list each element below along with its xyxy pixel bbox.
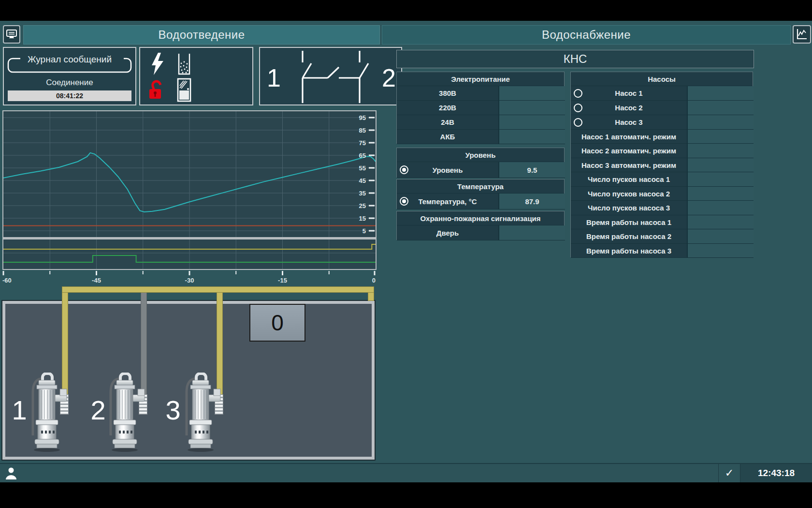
power-lightning-icon — [150, 53, 165, 75]
trend-digital-svg — [3, 239, 376, 269]
svg-text:-30: -30 — [185, 277, 194, 284]
table-row: Уровень 9.5 — [397, 162, 564, 178]
trend-main-svg: 5152535455565758595 — [3, 111, 376, 237]
table-row: Время работы насоса 2 — [571, 229, 753, 244]
table-row: 380В — [397, 86, 564, 101]
system-clock: 12:43:18 — [740, 464, 812, 482]
pump-info-value — [687, 244, 754, 258]
level-row-label: Уровень — [397, 162, 498, 178]
pump-status-value — [687, 101, 754, 115]
status-bar: ✓ 12:43:18 — [0, 463, 812, 482]
table-row: Число пусков насоса 3 — [571, 201, 753, 215]
pump-info-label: Насос 2 автоматич. режим — [571, 144, 687, 158]
svg-text:55: 55 — [359, 164, 366, 172]
trend-x-axis: -60-45-30-150 — [2, 271, 377, 284]
temperature-trend-radio[interactable] — [400, 197, 408, 206]
journal-icon-button[interactable] — [3, 25, 20, 44]
table-row: Насос 3 — [571, 115, 753, 130]
message-log-icon — [5, 28, 18, 41]
pump2-status-radio[interactable] — [574, 104, 582, 112]
table-row: АКБ — [397, 130, 564, 144]
table-row: Насос 1 автоматич. режим — [571, 130, 753, 144]
table-row: 24В — [397, 115, 564, 130]
temperature-header-label: Температура — [457, 182, 504, 191]
running-pumps-display: 0 — [249, 304, 305, 342]
svg-text:75: 75 — [359, 139, 366, 147]
temperature-label: Температура, °C — [418, 197, 477, 206]
svg-text:15: 15 — [359, 215, 366, 222]
svg-text:25: 25 — [359, 202, 366, 209]
pumps-table-header: Насосы — [571, 72, 753, 86]
table-row: Число пусков насоса 1 — [571, 172, 753, 187]
tab-water-disposal[interactable]: Водоотведение — [23, 25, 380, 45]
power-inputs-diagram-panel: 1 2 — [259, 47, 402, 105]
table-row: Насос 3 автоматич. режим — [571, 158, 753, 172]
tab-water-supply[interactable]: Водоснабжение — [382, 25, 791, 45]
level-table-header: Уровень — [397, 148, 564, 162]
pump-status-label: Насос 2 — [571, 101, 687, 115]
level-trend-radio[interactable] — [400, 165, 408, 174]
table-row: 220В — [397, 101, 564, 115]
security-header-label: Охранно-пожарная сигнализация — [420, 214, 540, 223]
pump-info-label: Число пусков насоса 3 — [571, 201, 687, 215]
user-icon[interactable] — [5, 467, 17, 480]
svg-text:85: 85 — [359, 127, 366, 134]
open-lock-alarm-icon — [147, 79, 166, 101]
pump-info-label: Время работы насоса 2 — [571, 229, 687, 244]
ack-check-button[interactable]: ✓ — [718, 464, 740, 482]
power-header-label: Электропитание — [451, 75, 510, 83]
table-row: Время работы насоса 3 — [571, 244, 753, 258]
pump2-graphic — [103, 373, 151, 456]
pump-status-label: Насос 3 — [571, 115, 687, 130]
journal-button[interactable]: Журнал сообщений — [4, 48, 135, 76]
table-row: Насос 2 — [571, 101, 753, 115]
security-table: Охранно-пожарная сигнализация Дверь — [396, 211, 565, 240]
alarm-icons-panel — [139, 47, 253, 105]
power-row-label: 380В — [397, 86, 498, 101]
temperature-table: Температура Температура, °C 87.9 — [396, 179, 565, 209]
pumps-header-label: Насосы — [648, 75, 676, 83]
pump1-status-radio[interactable] — [574, 89, 582, 98]
tab-water-disposal-label: Водоотведение — [158, 28, 245, 42]
table-row: Температура, °C 87.9 — [397, 194, 564, 209]
pump-info-label: Число пусков насоса 2 — [571, 187, 687, 201]
power-row-label: 24В — [397, 115, 498, 130]
svg-text:-60: -60 — [2, 277, 12, 284]
temperature-table-header: Температура — [397, 179, 564, 194]
pump3-label: Насос 3 — [615, 118, 642, 126]
pump1-number: 1 — [9, 394, 30, 426]
table-row: Насос 1 — [571, 86, 753, 101]
pump-info-value — [687, 130, 754, 144]
pump-status-value — [687, 115, 754, 130]
pump-info-value — [687, 229, 754, 244]
pump2-label: Насос 2 — [615, 104, 642, 112]
pump-info-label: Насос 1 автоматич. режим — [571, 130, 687, 144]
pump-info-value — [687, 144, 754, 158]
trend-icon-button[interactable] — [793, 25, 811, 44]
pump2-number: 2 — [87, 394, 109, 426]
level-table: Уровень Уровень 9.5 — [396, 148, 565, 178]
door-icon — [177, 78, 191, 102]
trend-digital-plot — [3, 239, 376, 269]
power-row-value — [498, 101, 565, 115]
pump3-status-radio[interactable] — [574, 118, 582, 127]
connection-label: Соединение — [4, 78, 135, 88]
pump3-number: 3 — [162, 394, 184, 426]
pump-info-label: Насос 3 автоматич. режим — [571, 158, 687, 172]
sand-level-tank-icon — [177, 53, 191, 76]
door-row-value — [498, 225, 565, 240]
pump-info-label: Время работы насоса 1 — [571, 215, 687, 229]
temperature-value: 87.9 — [498, 194, 565, 209]
power-row-label: АКБ — [397, 130, 498, 144]
trend-chart: 5152535455565758595 — [2, 110, 377, 270]
pump-info-value — [687, 172, 754, 187]
power-row-value — [498, 86, 565, 101]
pump-info-value — [687, 158, 754, 172]
breaker-diagram: 1 2 — [260, 48, 401, 105]
trend-main-plot: 5152535455565758595 — [3, 111, 376, 237]
power-row-value — [498, 115, 565, 130]
table-row: Время работы насоса 1 — [571, 215, 753, 229]
power-table: Электропитание 380В 220В 24В АКБ — [396, 72, 565, 144]
power-table-header: Электропитание — [397, 72, 564, 86]
temperature-row-label: Температура, °C — [397, 194, 498, 209]
